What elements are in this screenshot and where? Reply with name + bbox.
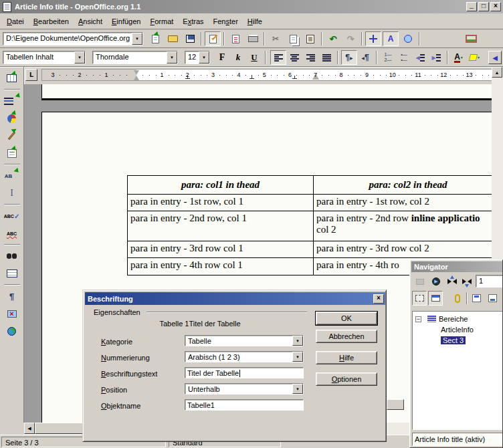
navigation-icon[interactable]: ▶ xyxy=(429,274,443,289)
table-cell[interactable]: para in entry - 2nd row inline applicati… xyxy=(314,211,502,241)
paragraph-style-value[interactable]: Tabellen Inhalt xyxy=(3,51,74,64)
next-page-icon[interactable] xyxy=(460,274,474,289)
collapse-icon[interactable]: − xyxy=(415,316,421,322)
menu-ansicht[interactable]: Ansicht xyxy=(74,15,107,27)
toggle-icon[interactable] xyxy=(413,274,427,289)
italic-button[interactable]: k xyxy=(230,50,246,65)
table-header-row[interactable]: para: col1 in thead para: col2 in thead xyxy=(128,176,502,195)
kategorie-combobox[interactable]: Tabelle ▼ xyxy=(185,335,304,346)
footer-icon[interactable] xyxy=(485,291,500,306)
insert-table-icon[interactable] xyxy=(3,70,21,86)
tree-item-sect3[interactable]: Sect 3 xyxy=(414,335,503,346)
position-dropdown-arrow[interactable]: ▼ xyxy=(292,384,303,394)
tree-label[interactable]: ArticleInfo xyxy=(441,326,474,334)
open-icon[interactable] xyxy=(165,31,181,46)
scroll-left-icon[interactable]: ◀ xyxy=(24,423,35,434)
copy-icon[interactable] xyxy=(285,31,301,46)
graphics-onoff-icon[interactable]: × xyxy=(3,306,21,322)
table-row[interactable]: para in entry - 1st row, col 1 para in e… xyxy=(128,195,502,211)
previous-page-icon[interactable] xyxy=(445,274,460,289)
bold-button[interactable]: F xyxy=(214,50,230,65)
dialog-title-bar[interactable]: Beschriftung × xyxy=(85,292,385,305)
export-pdf-icon[interactable] xyxy=(227,31,243,46)
set-reminder-icon[interactable] xyxy=(450,291,465,306)
kategorie-dropdown-arrow[interactable]: ▼ xyxy=(292,336,303,346)
ltr-paragraph-button[interactable]: ¶▶ xyxy=(341,50,357,65)
table-header-cell[interactable]: para: col1 in thead xyxy=(128,176,314,194)
nummerierung-dropdown-arrow[interactable]: ▼ xyxy=(292,352,303,362)
maximize-button[interactable]: □ xyxy=(478,2,489,11)
find-replace-icon[interactable] xyxy=(3,248,21,264)
toolbar-collapse-arrow[interactable]: ◀ xyxy=(488,51,502,64)
menu-fenster[interactable]: Fenster xyxy=(209,15,243,27)
menu-einfuegen[interactable]: Einfügen xyxy=(107,15,145,27)
align-justify-button[interactable] xyxy=(318,50,334,65)
paragraph-style-combobox[interactable]: Tabellen Inhalt ▼ xyxy=(3,51,86,64)
new-document-icon[interactable] xyxy=(147,31,163,46)
underline-button[interactable]: U xyxy=(246,50,262,65)
table-cell[interactable]: para in entry - 1st row, col 1 xyxy=(128,195,314,211)
position-value[interactable]: Unterhalb xyxy=(185,384,292,394)
font-color-button[interactable]: A▼ xyxy=(451,50,467,65)
decrease-indent-icon[interactable]: ◀ xyxy=(412,50,428,65)
undo-icon[interactable]: ↶ xyxy=(325,31,341,46)
indent-marker[interactable] xyxy=(134,70,140,80)
close-button[interactable]: × xyxy=(490,2,501,11)
tree-label[interactable]: Bereiche xyxy=(439,315,468,323)
increase-indent-icon[interactable]: ▶ xyxy=(428,50,444,65)
url-value[interactable]: D:\Eigene Dokumente\OpenOffice.org Zeugs… xyxy=(3,33,132,45)
hyperlink-bar-icon[interactable] xyxy=(400,31,416,46)
table-cell[interactable]: para in entry - 3rd row col 1 xyxy=(128,241,314,257)
stylist-toggle-icon[interactable]: A xyxy=(383,31,399,46)
tree-item-bereiche[interactable]: − Bereiche xyxy=(414,314,503,324)
form-functions-icon[interactable] xyxy=(3,145,21,161)
url-dropdown-arrow[interactable]: ▼ xyxy=(132,33,142,45)
menu-format[interactable]: Format xyxy=(145,15,178,27)
autotext-icon[interactable]: AB xyxy=(3,168,21,184)
rtl-paragraph-button[interactable]: ◀¶ xyxy=(357,50,373,65)
save-icon[interactable] xyxy=(182,31,198,46)
objektname-input[interactable]: Tabelle1 xyxy=(185,399,304,411)
font-size-combobox[interactable]: 12 ▼ xyxy=(185,51,210,64)
url-combobox[interactable]: D:\Eigene Dokumente\OpenOffice.org Zeugs… xyxy=(3,32,143,45)
kategorie-value[interactable]: Tabelle xyxy=(185,336,292,346)
bullet-list-button[interactable]: •—•— xyxy=(396,50,412,65)
navigator-toggle-icon[interactable] xyxy=(365,31,381,46)
table-row[interactable]: para in entry - 3rd row col 1 para in en… xyxy=(128,241,502,258)
toggle-master-view-icon[interactable] xyxy=(428,291,443,306)
online-layout-icon[interactable] xyxy=(3,323,21,339)
menu-hilfe[interactable]: Hilfe xyxy=(243,15,267,27)
beschriftungstext-input[interactable]: Titel der Tabelle xyxy=(185,367,304,378)
table-cell[interactable]: para in entry - 1st row, col 2 xyxy=(314,195,502,211)
options-button[interactable]: Optionen xyxy=(316,372,377,386)
data-sources-icon[interactable] xyxy=(3,265,21,282)
minimize-button[interactable]: _ xyxy=(466,2,477,11)
page-number-spinbox[interactable]: 1 xyxy=(476,275,503,288)
cut-icon[interactable]: ✂ xyxy=(268,31,284,46)
nonprinting-characters-icon[interactable]: ¶ xyxy=(3,288,21,304)
help-button[interactable]: Hilfe xyxy=(316,351,377,364)
insert-fields-icon[interactable] xyxy=(3,93,21,109)
navigator-tree[interactable]: − Bereiche ArticleInfo Sect 3 xyxy=(412,311,503,430)
gallery-icon[interactable] xyxy=(463,31,479,46)
align-center-button[interactable] xyxy=(286,50,302,65)
navigator-title-bar[interactable]: Navigator xyxy=(411,261,502,272)
menu-extras[interactable]: Extras xyxy=(178,15,208,27)
nummerierung-combobox[interactable]: Arabisch (1 2 3) ▼ xyxy=(185,351,304,362)
font-dropdown-arrow[interactable]: ▼ xyxy=(167,51,177,64)
align-left-button[interactable] xyxy=(270,50,286,65)
table-cell[interactable]: para in entry - 2nd row, col 1 xyxy=(128,211,314,241)
tree-item-articleinfo[interactable]: ArticleInfo xyxy=(414,324,503,335)
nummerierung-value[interactable]: Arabisch (1 2 3) xyxy=(185,352,292,362)
horizontal-ruler[interactable]: 3211234567891011121314 xyxy=(41,69,492,81)
tab-type-selector[interactable]: L xyxy=(25,69,37,81)
table-header-cell[interactable]: para: col2 in thead xyxy=(314,176,502,194)
dialog-close-icon[interactable]: × xyxy=(373,294,384,304)
position-combobox[interactable]: Unterhalb ▼ xyxy=(185,383,304,395)
page-number-value[interactable]: 1 xyxy=(479,277,483,285)
direct-cursor-icon[interactable]: I xyxy=(3,185,21,201)
header-icon[interactable] xyxy=(469,291,484,306)
insert-object-icon[interactable] xyxy=(3,110,21,126)
edit-file-icon[interactable] xyxy=(205,31,221,46)
title-bar[interactable]: Article Info title - OpenOffice.org 1.1 … xyxy=(0,0,503,13)
